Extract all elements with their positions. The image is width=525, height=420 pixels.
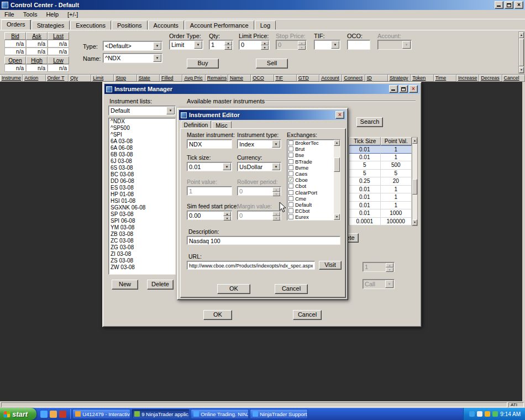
orders-grid-column-header[interactable]: Action	[23, 75, 45, 82]
chevron-down-icon[interactable]: ▼	[194, 41, 202, 49]
checkbox-icon[interactable]	[288, 202, 293, 207]
instrument-list-item[interactable]: ZI 03-08	[109, 251, 175, 258]
orders-grid-column-header[interactable]: GTD	[297, 75, 319, 82]
menu-plus-minus[interactable]: [+/-]	[63, 11, 82, 18]
exchange-option-clearport[interactable]: ClearPort	[287, 190, 334, 196]
instrument-list-item[interactable]: ^SP500	[109, 125, 175, 132]
taskbar-task-1[interactable]: U412479 - Interactiv...	[72, 409, 130, 419]
master-table-row[interactable]: 0.011	[349, 186, 412, 194]
instrument-list-item[interactable]: ZC 03-08	[109, 238, 175, 244]
chevron-down-icon[interactable]: ▼	[153, 42, 161, 50]
scroll-down-icon[interactable]: ▼	[412, 219, 417, 225]
orders-grid-column-header[interactable]: TIF	[274, 75, 297, 82]
checkbox-icon[interactable]	[288, 159, 293, 164]
tab-positions[interactable]: Positions	[112, 20, 148, 30]
master-table-row[interactable]: 0.0001100000	[349, 218, 412, 226]
instrument-list-item[interactable]: SGXNK 06-08	[109, 204, 175, 211]
order-type-select[interactable]: Limit ▼	[169, 40, 203, 50]
quote-header-cell[interactable]: Last	[48, 32, 69, 40]
exchange-option-cme[interactable]: Cme	[287, 196, 334, 202]
description-input[interactable]: Nasdaq 100	[187, 236, 340, 245]
chevron-down-icon[interactable]: ▼	[166, 107, 175, 114]
orders-grid-column-header[interactable]: Order T	[46, 75, 69, 82]
menu-help[interactable]: Help	[41, 11, 63, 18]
exchanges-listbox[interactable]: BrokerTecBrutBseBTradeBvmeCaes✓CboeCbotC…	[287, 139, 340, 221]
exchange-option-cbot[interactable]: Cbot	[287, 183, 334, 189]
checkbox-icon[interactable]	[288, 153, 293, 158]
url-input[interactable]: http://www.cboe.com/Products/indexopts/n…	[187, 261, 315, 270]
orders-grid-column-header[interactable]: Token	[411, 75, 433, 82]
instrument-list-item[interactable]: ES 03-08	[109, 185, 175, 191]
visit-button[interactable]: Visit	[319, 261, 342, 270]
quick-launch-icon-app[interactable]	[59, 411, 66, 418]
exchange-option-btrade[interactable]: BTrade	[287, 159, 334, 165]
exchange-option-eurex[interactable]: Eurex	[287, 214, 334, 220]
scroll-down-icon[interactable]: ▼	[334, 214, 340, 220]
master-table-row[interactable]: 0.011	[349, 154, 412, 162]
quote-header-cell[interactable]: Ask	[26, 32, 48, 40]
editor-cancel-button[interactable]: Cancel	[275, 284, 308, 294]
orders-grid-column-header[interactable]: Connect	[342, 75, 365, 82]
tab-log[interactable]: Log	[255, 20, 276, 30]
instrument-list-item[interactable]: DD 06-08	[109, 178, 175, 185]
orders-grid-column-header[interactable]: Increase	[456, 75, 479, 82]
orders-grid-column-header[interactable]: State	[137, 75, 160, 82]
instrument-list-item[interactable]: ZB 03-08	[109, 231, 175, 238]
exchange-option-cboe[interactable]: ✓Cboe	[287, 177, 334, 183]
chevron-down-icon[interactable]: ▼	[272, 163, 280, 170]
tab-definition[interactable]: Definition	[181, 120, 211, 129]
orders-grid-column-header[interactable]: Strategy	[388, 75, 411, 82]
instrument-list-item[interactable]: ZS 03-08	[109, 258, 175, 264]
scroll-up-icon[interactable]: ▲	[334, 140, 340, 146]
search-button[interactable]: Search	[356, 117, 383, 127]
tray-volume-icon[interactable]	[477, 411, 482, 417]
oco-input[interactable]	[347, 40, 370, 50]
master-table-row[interactable]: 0.011000	[349, 209, 412, 218]
quote-header-cell[interactable]: Open	[4, 56, 26, 64]
orders-grid-column-header[interactable]: Filled	[160, 75, 182, 82]
sell-button[interactable]: Sell	[256, 59, 288, 69]
instrument-list-item[interactable]: 6J 03-08	[109, 158, 175, 165]
spin-up-icon[interactable]: ▲	[223, 212, 231, 216]
tray-shield-icon[interactable]	[485, 411, 490, 417]
instrument-list-item[interactable]: HP 01-08	[109, 191, 175, 198]
instrument-editor-titlebar[interactable]: Instrument Editor ×	[179, 110, 346, 120]
maximize-button[interactable]	[505, 1, 513, 9]
master-table-column-header[interactable]: Tick Size	[349, 137, 381, 145]
tab-strategies[interactable]: Strategies	[32, 20, 70, 30]
tif-select[interactable]: ▼	[314, 40, 340, 50]
limit-price-stepper[interactable]: 0 ▲▼	[239, 40, 270, 50]
instrument-list-item[interactable]: ZW 03-08	[109, 264, 175, 271]
spin-down-icon[interactable]: ▼	[224, 45, 232, 50]
chevron-down-icon[interactable]: ▼	[223, 163, 231, 170]
exchange-option-bse[interactable]: Bse	[287, 152, 334, 158]
instrument-listbox[interactable]: ^NDX^SP500^SPI6A 03-086A 06-086B 03-086J…	[108, 118, 176, 275]
instrument-list-item[interactable]: 6A 03-08	[109, 138, 175, 145]
orders-grid-column-header[interactable]: Account	[319, 75, 342, 82]
type-select[interactable]: <Default> ▼	[103, 41, 162, 51]
master-table-row[interactable]: 5500	[349, 161, 412, 170]
quote-header-cell[interactable]: Low	[48, 56, 69, 64]
exchange-option-brokertec[interactable]: BrokerTec	[287, 140, 334, 146]
instrument-type-select[interactable]: Index ▼	[237, 139, 281, 149]
menu-file[interactable]: File	[0, 11, 19, 18]
master-instrument-input[interactable]: NDX	[187, 139, 232, 149]
checkbox-icon[interactable]	[288, 183, 293, 188]
maximize-button[interactable]	[399, 85, 408, 93]
instrument-list-item[interactable]: 6B 03-08	[109, 151, 175, 158]
instrument-list-item[interactable]: HSI 01-08	[109, 198, 175, 204]
instrument-list-item[interactable]: BC 03-08	[109, 171, 175, 178]
tab-accounts[interactable]: Accounts	[148, 20, 184, 30]
checkbox-icon[interactable]	[288, 214, 293, 219]
spin-down-icon[interactable]: ▼	[261, 45, 269, 50]
delete-button[interactable]: Delete	[147, 280, 174, 290]
quote-header-cell[interactable]: Bid	[4, 32, 26, 40]
master-table-row[interactable]: 0.011	[349, 145, 412, 154]
close-button[interactable]: ×	[514, 1, 523, 9]
exchange-option-bvme[interactable]: Bvme	[287, 165, 334, 171]
tab-account-performance[interactable]: Account Performance	[185, 20, 254, 30]
instrument-list-item[interactable]: 6S 03-08	[109, 165, 175, 171]
tick-size-select[interactable]: 0.01 ▼	[187, 162, 232, 171]
instrument-manager-titlebar[interactable]: Instrument Manager ×	[104, 84, 419, 94]
quick-launch-icon-ie[interactable]	[40, 411, 48, 418]
